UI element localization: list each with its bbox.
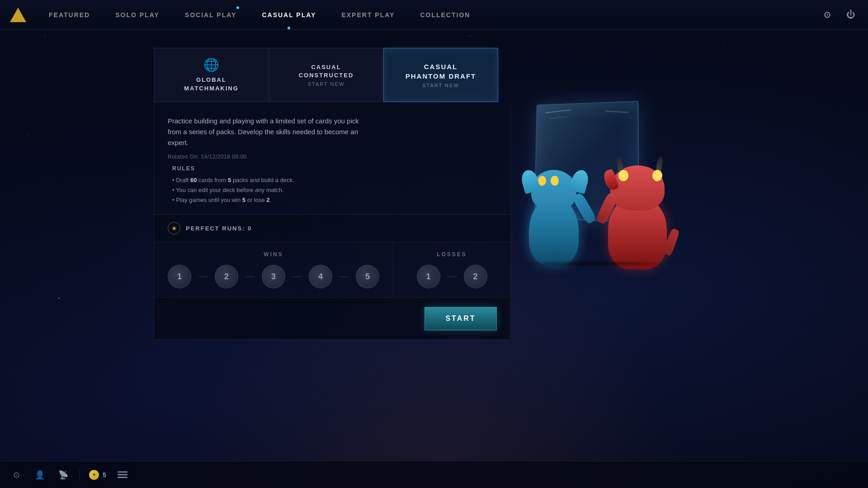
loss-dot-1: 1 — [417, 265, 440, 288]
wins-label: WINS — [168, 251, 379, 258]
broadcast-icon: 📡 — [58, 470, 68, 480]
mode-card-casual-constructed[interactable]: CASUAL CONSTRUCTED START NEW — [269, 48, 383, 102]
loss-dot-2: 2 — [464, 265, 487, 288]
power-button[interactable]: ⏻ — [843, 7, 859, 23]
tracker-section: WINS 1 2 3 4 5 — [154, 242, 510, 297]
nav-item-expert-play[interactable]: EXPERT PLAY — [329, 0, 407, 29]
main-content: 🌐 GLOBAL MATCHMAKING CASUAL CONSTRUCTED … — [0, 30, 868, 340]
mode-card-phantom-subtitle: START NEW — [422, 83, 459, 88]
wins-tracker: WINS 1 2 3 4 5 — [154, 242, 393, 297]
coins-display: ✦ 5 — [89, 470, 106, 480]
mode-card-constructed-title: CASUAL CONSTRUCTED — [299, 63, 354, 80]
gear-icon: ⚙ — [823, 9, 831, 20]
rule-item-2: • You can edit your deck before any matc… — [172, 185, 497, 195]
nav-item-featured[interactable]: FEATURED — [36, 0, 103, 29]
coin-icon: ✦ — [89, 470, 99, 480]
win-line-1 — [198, 277, 208, 277]
start-button[interactable]: START — [425, 307, 497, 330]
mode-card-constructed-subtitle: START NEW — [308, 81, 345, 87]
rotates-on: Rotates On: 14/12/2018 06:00 — [168, 154, 497, 160]
win-dot-1: 1 — [168, 265, 191, 288]
rules-title: RULES — [172, 165, 497, 172]
nav-right: ⚙ ⏻ — [819, 7, 868, 23]
rule-item-3: • Play games until you win 5 or lose 2. — [172, 195, 497, 205]
description-text: Practice building and playing with a lim… — [168, 116, 367, 148]
win-line-4 — [340, 277, 349, 277]
nav-item-collection[interactable]: COLLECTION — [407, 0, 483, 29]
win-dot-5: 5 — [356, 265, 379, 288]
rules-section: RULES • Draft 60 cards from 5 packs and … — [168, 165, 497, 205]
coins-value: 5 — [103, 471, 106, 479]
losses-label: LOSSES — [407, 251, 497, 258]
nav-items: FEATURED SOLO PLAY SOCIAL PLAY CASUAL PL… — [36, 0, 819, 29]
win-line-2 — [245, 277, 255, 277]
bottom-bar: ⊙ 👤 📡 ✦ 5 — [0, 461, 868, 488]
bottom-separator — [80, 468, 80, 482]
red-creature — [601, 170, 678, 269]
trophy-icon: ★ — [168, 222, 180, 235]
settings-button[interactable]: ⚙ — [819, 7, 835, 23]
nav-item-social-play[interactable]: SOCIAL PLAY — [172, 0, 250, 29]
broadcast-button[interactable]: 📡 — [56, 468, 71, 482]
power-icon: ⏻ — [846, 9, 855, 20]
perfect-runs-label: PERFECT RUNS: 0 — [186, 225, 252, 232]
content-panel: Practice building and playing with a lim… — [154, 102, 511, 340]
win-dot-3: 3 — [262, 265, 285, 288]
app-logo[interactable] — [0, 8, 36, 22]
win-dot-4: 4 — [309, 265, 332, 288]
globe-icon: 🌐 — [203, 57, 219, 72]
loss-line-1 — [448, 277, 457, 277]
win-line-3 — [292, 277, 302, 277]
artwork-area — [497, 89, 687, 269]
rule-item-1: • Draft 60 cards from 5 packs and build … — [172, 175, 497, 185]
profile-icon: 👤 — [35, 470, 45, 480]
social-play-dot — [236, 6, 239, 9]
navbar: FEATURED SOLO PLAY SOCIAL PLAY CASUAL PL… — [0, 0, 868, 30]
mode-card-phantom-title: CASUAL PHANTOM DRAFT — [406, 62, 476, 81]
losses-dots: 1 2 — [407, 265, 497, 288]
mode-card-global-matchmaking[interactable]: 🌐 GLOBAL MATCHMAKING — [154, 48, 269, 102]
steam-button[interactable]: ⊙ — [9, 468, 24, 482]
losses-tracker: LOSSES 1 2 — [393, 242, 510, 297]
wins-dots: 1 2 3 4 5 — [168, 265, 379, 288]
blue-creature — [520, 174, 592, 265]
win-dot-2: 2 — [215, 265, 238, 288]
profile-button[interactable]: 👤 — [33, 468, 47, 482]
logo-icon — [10, 8, 26, 22]
steam-icon: ⊙ — [13, 470, 20, 480]
nav-item-solo-play[interactable]: SOLO PLAY — [103, 0, 172, 29]
action-bar: START — [154, 297, 510, 339]
panel-wrapper: Practice building and playing with a lim… — [154, 102, 511, 340]
stats-bar: ★ PERFECT RUNS: 0 — [154, 214, 510, 242]
stack-icon — [118, 470, 127, 480]
content-description-area: Practice building and playing with a lim… — [154, 102, 510, 214]
mode-card-global-title: GLOBAL MATCHMAKING — [184, 76, 239, 92]
mode-card-casual-phantom-draft[interactable]: CASUAL PHANTOM DRAFT START NEW — [383, 48, 498, 102]
packs-button[interactable] — [115, 468, 130, 482]
nav-item-casual-play[interactable]: CASUAL PLAY — [249, 0, 329, 29]
